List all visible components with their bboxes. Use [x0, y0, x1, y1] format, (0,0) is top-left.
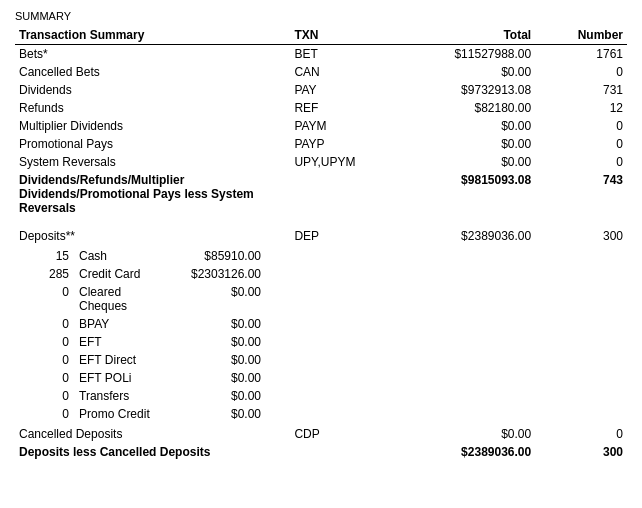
table-row: Cancelled Bets CAN $0.00 0: [15, 63, 627, 81]
deposits-subtotal-txn: [290, 443, 382, 461]
deposits-subtotal-number: 300: [535, 443, 627, 461]
row-label: Bets*: [15, 45, 290, 64]
deposit-sub-item: 0 Cleared Cheques $0.00: [45, 283, 265, 315]
row-txn: PAYM: [290, 117, 382, 135]
row-txn: CAN: [290, 63, 382, 81]
row-number: 12: [535, 99, 627, 117]
deposit-sub-item: 0 EFT POLi $0.00: [45, 369, 265, 387]
sub-item-label: Transfers: [75, 387, 175, 405]
cancelled-deposits-number: 0: [535, 425, 627, 443]
sub-item-count: 0: [45, 333, 75, 351]
sub-item-amount: $0.00: [175, 405, 265, 423]
deposits-label: Deposits**: [15, 227, 290, 245]
subtotal-number: 743: [535, 171, 627, 217]
sub-item-count: 0: [45, 283, 75, 315]
header-label: Transaction Summary: [15, 26, 290, 45]
subtotal-txn: [290, 171, 382, 217]
deposits-subtotal-label: Deposits less Cancelled Deposits: [15, 443, 290, 461]
deposit-sub-item: 15 Cash $85910.00: [45, 247, 265, 265]
sub-item-label: Cleared Cheques: [75, 283, 175, 315]
sub-item-label: Cash: [75, 247, 175, 265]
sub-item-count: 0: [45, 405, 75, 423]
table-row: Promotional Pays PAYP $0.00 0: [15, 135, 627, 153]
table-row: Multiplier Dividends PAYM $0.00 0: [15, 117, 627, 135]
deposit-sub-table: 15 Cash $85910.00 285 Credit Card $23031…: [45, 247, 265, 423]
sub-item-label: EFT: [75, 333, 175, 351]
row-label: Cancelled Bets: [15, 63, 290, 81]
sub-item-amount: $0.00: [175, 351, 265, 369]
row-txn: REF: [290, 99, 382, 117]
spacer: [15, 217, 627, 227]
sub-item-label: Promo Credit: [75, 405, 175, 423]
deposit-sub-item: 0 EFT $0.00: [45, 333, 265, 351]
sub-item-amount: $2303126.00: [175, 265, 265, 283]
row-number: 1761: [535, 45, 627, 64]
sub-item-label: BPAY: [75, 315, 175, 333]
deposit-sub-item: 0 Transfers $0.00: [45, 387, 265, 405]
header-total: Total: [382, 26, 535, 45]
row-total: $0.00: [382, 153, 535, 171]
row-number: 0: [535, 63, 627, 81]
deposits-total: $2389036.00: [382, 227, 535, 245]
subtotal-row: Dividends/Refunds/Multiplier Dividends/P…: [15, 171, 627, 217]
row-label: Promotional Pays: [15, 135, 290, 153]
row-txn: BET: [290, 45, 382, 64]
sub-item-count: 15: [45, 247, 75, 265]
row-txn: PAY: [290, 81, 382, 99]
cancelled-deposits-row: Cancelled Deposits CDP $0.00 0: [15, 425, 627, 443]
row-number: 0: [535, 117, 627, 135]
row-total: $11527988.00: [382, 45, 535, 64]
row-label: System Reversals: [15, 153, 290, 171]
table-row: System Reversals UPY,UPYM $0.00 0: [15, 153, 627, 171]
deposit-sub-item: 0 BPAY $0.00: [45, 315, 265, 333]
cancelled-deposits-txn: CDP: [290, 425, 382, 443]
deposit-sub-row: 15 Cash $85910.00 285 Credit Card $23031…: [15, 245, 627, 425]
sub-item-count: 285: [45, 265, 75, 283]
cancelled-deposits-total: $0.00: [382, 425, 535, 443]
sub-item-label: Credit Card: [75, 265, 175, 283]
sub-item-count: 0: [45, 315, 75, 333]
sub-item-label: EFT POLi: [75, 369, 175, 387]
deposit-sub-item: 0 Promo Credit $0.00: [45, 405, 265, 423]
sub-item-amount: $0.00: [175, 283, 265, 315]
table-header: Transaction Summary TXN Total Number: [15, 26, 627, 45]
transaction-table: Transaction Summary TXN Total Number Bet…: [15, 26, 627, 461]
row-number: 0: [535, 153, 627, 171]
row-txn: UPY,UPYM: [290, 153, 382, 171]
row-total: $0.00: [382, 135, 535, 153]
table-row: Dividends PAY $9732913.08 731: [15, 81, 627, 99]
row-txn: PAYP: [290, 135, 382, 153]
deposits-subtotal-total: $2389036.00: [382, 443, 535, 461]
header-txn: TXN: [290, 26, 382, 45]
table-row: Refunds REF $82180.00 12: [15, 99, 627, 117]
row-total: $0.00: [382, 63, 535, 81]
row-label: Dividends: [15, 81, 290, 99]
sub-item-amount: $85910.00: [175, 247, 265, 265]
row-label: Multiplier Dividends: [15, 117, 290, 135]
sub-item-amount: $0.00: [175, 387, 265, 405]
sub-item-amount: $0.00: [175, 369, 265, 387]
deposits-number: 300: [535, 227, 627, 245]
summary-section: SUMMARY Transaction Summary TXN Total Nu…: [15, 10, 627, 461]
row-total: $9732913.08: [382, 81, 535, 99]
sub-item-count: 0: [45, 369, 75, 387]
subtotal-label: Dividends/Refunds/Multiplier Dividends/P…: [15, 171, 290, 217]
table-row: Bets* BET $11527988.00 1761: [15, 45, 627, 64]
sub-item-amount: $0.00: [175, 333, 265, 351]
sub-item-label: EFT Direct: [75, 351, 175, 369]
row-number: 731: [535, 81, 627, 99]
row-number: 0: [535, 135, 627, 153]
sub-item-count: 0: [45, 387, 75, 405]
section-title: SUMMARY: [15, 10, 627, 22]
cancelled-deposits-label: Cancelled Deposits: [15, 425, 290, 443]
row-label: Refunds: [15, 99, 290, 117]
deposit-sub-item: 0 EFT Direct $0.00: [45, 351, 265, 369]
row-total: $0.00: [382, 117, 535, 135]
row-total: $82180.00: [382, 99, 535, 117]
deposits-row: Deposits** DEP $2389036.00 300: [15, 227, 627, 245]
sub-item-amount: $0.00: [175, 315, 265, 333]
deposits-subtotal-row: Deposits less Cancelled Deposits $238903…: [15, 443, 627, 461]
deposit-sub-item: 285 Credit Card $2303126.00: [45, 265, 265, 283]
subtotal-total: $9815093.08: [382, 171, 535, 217]
sub-item-count: 0: [45, 351, 75, 369]
